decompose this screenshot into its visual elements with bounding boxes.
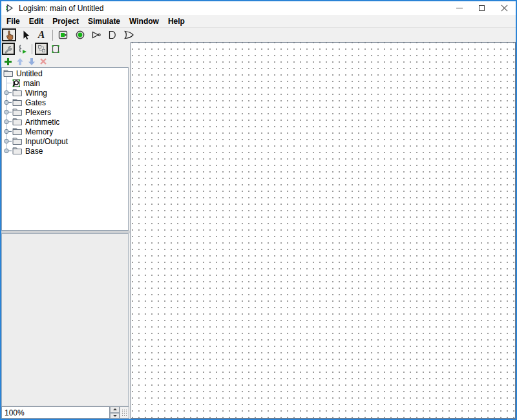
expand-handle-icon[interactable] (3, 147, 12, 154)
grid-icon (121, 409, 128, 416)
maximize-icon (479, 5, 485, 11)
circuit-canvas[interactable] (131, 42, 516, 419)
folder-icon (3, 69, 14, 78)
simulation-tree-icon (18, 44, 28, 54)
tree-item-input-output[interactable]: Input/Output (2, 136, 128, 146)
expand-handle-icon[interactable] (3, 128, 12, 135)
and-gate-tool-button[interactable] (105, 28, 120, 41)
input-pin-icon (58, 30, 70, 40)
not-gate-icon (91, 30, 102, 40)
attribute-table-panel (1, 233, 129, 406)
remove-circuit-button[interactable] (37, 56, 48, 67)
explorer-toolbar (1, 42, 131, 56)
expand-handle-icon[interactable] (3, 89, 12, 96)
folder-icon (12, 118, 23, 126)
zoom-level-field[interactable]: 100% (1, 406, 110, 419)
tree-item-label: Wiring (25, 89, 47, 98)
plus-icon (4, 58, 12, 66)
title-bar[interactable]: Logisim: main of Untitled (1, 1, 516, 15)
expand-handle-icon[interactable] (3, 99, 12, 106)
current-circuit-icon (12, 79, 21, 88)
folder-icon (12, 89, 23, 97)
maximize-button[interactable] (470, 1, 493, 15)
layout-editor-view-button[interactable] (35, 43, 48, 55)
edit-selection-tool-button[interactable] (18, 28, 32, 41)
add-circuit-button[interactable] (3, 56, 14, 67)
move-circuit-up-button[interactable] (14, 56, 25, 67)
window-title: Logisim: main of Untitled (19, 4, 103, 13)
move-circuit-down-button[interactable] (26, 56, 37, 67)
folder-icon (12, 147, 23, 155)
explorer-toolbar-separator (32, 44, 32, 54)
minimize-button[interactable] (448, 1, 470, 15)
close-button[interactable] (493, 1, 516, 15)
menu-bar: File Edit Project Simulate Window Help (1, 15, 516, 28)
text-tool-icon: A (38, 30, 45, 40)
folder-icon (12, 137, 23, 145)
tree-branch-line (6, 83, 12, 83)
logisim-app-icon (5, 3, 15, 13)
appearance-editor-view-button[interactable] (49, 43, 62, 55)
zoom-level-value: 100% (5, 408, 25, 417)
menu-help[interactable]: Help (165, 16, 188, 26)
toolbox-view-button[interactable] (2, 43, 15, 55)
down-arrow-icon (28, 58, 36, 66)
tree-item-main[interactable]: main (2, 78, 128, 88)
expand-handle-icon[interactable] (3, 109, 12, 116)
close-icon (501, 5, 508, 12)
main-toolbar: A (1, 28, 516, 42)
tree-item-label: Plexers (25, 108, 51, 117)
spinner-up-icon (113, 408, 117, 410)
or-gate-tool-button[interactable] (121, 28, 136, 41)
tree-item-base[interactable]: Base (2, 146, 128, 156)
not-gate-tool-button[interactable] (89, 28, 103, 41)
menu-window[interactable]: Window (126, 16, 162, 26)
tree-item-gates[interactable]: Gates (2, 98, 128, 107)
toolbar-separator (52, 30, 53, 41)
menu-project[interactable]: Project (49, 16, 82, 26)
tree-item-wiring[interactable]: Wiring (2, 88, 128, 98)
tree-item-untitled[interactable]: Untitled (2, 68, 128, 78)
explorer-actions (1, 56, 131, 67)
input-pin-tool-button[interactable] (57, 28, 71, 41)
layout-schematic-icon (37, 45, 46, 53)
tree-item-plexers[interactable]: Plexers (2, 107, 128, 117)
minimize-icon (456, 8, 463, 8)
delete-x-icon (39, 58, 47, 65)
zoom-increase-button[interactable] (110, 406, 120, 413)
zoom-decrease-button[interactable] (110, 413, 120, 419)
zoom-bar: 100% (1, 406, 131, 419)
spinner-down-icon (113, 415, 117, 417)
tree-item-label: Input/Output (25, 137, 68, 146)
menu-edit[interactable]: Edit (26, 16, 47, 26)
menu-file[interactable]: File (3, 16, 23, 26)
window-controls (448, 1, 516, 15)
tree-item-label: Gates (25, 98, 46, 107)
tree-item-label: Base (25, 147, 43, 156)
tree-item-label: main (23, 79, 40, 88)
poke-tool-button[interactable] (2, 28, 16, 41)
output-pin-icon (75, 30, 85, 40)
tree-item-label: Arithmetic (25, 118, 59, 127)
wrench-icon (4, 45, 13, 54)
tree-item-label: Untitled (16, 69, 43, 78)
poke-hand-icon (4, 30, 14, 40)
simulation-view-button[interactable] (16, 43, 29, 55)
cursor-arrow-icon (21, 30, 30, 40)
zoom-spinner (110, 406, 120, 419)
folder-icon (12, 98, 23, 107)
logisim-window: Logisim: main of Untitled File Edit Proj… (0, 0, 517, 420)
expand-handle-icon[interactable] (3, 118, 12, 125)
tree-item-label: Memory (25, 127, 53, 136)
output-pin-tool-button[interactable] (73, 28, 87, 41)
explorer-tree: Untitled main (1, 67, 129, 231)
show-grid-button[interactable] (120, 406, 129, 419)
tree-item-memory[interactable]: Memory (2, 127, 128, 136)
tree-item-arithmetic[interactable]: Arithmetic (2, 117, 128, 127)
folder-icon (12, 127, 23, 136)
menu-simulate[interactable]: Simulate (85, 16, 123, 26)
text-tool-button[interactable]: A (34, 28, 48, 41)
expand-handle-icon[interactable] (3, 138, 12, 145)
folder-icon (12, 108, 23, 116)
and-gate-icon (107, 30, 118, 40)
